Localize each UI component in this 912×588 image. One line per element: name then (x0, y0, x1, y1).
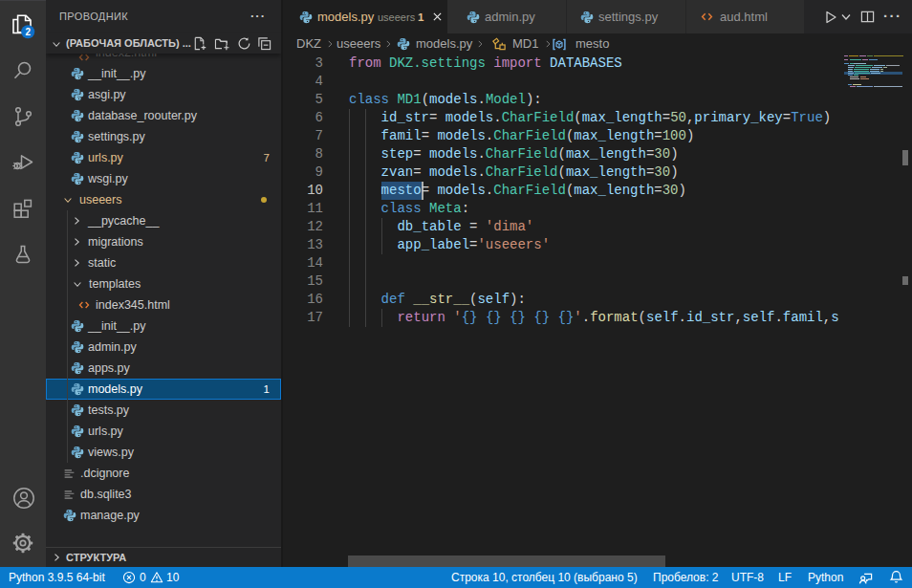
svg-text:2: 2 (25, 27, 31, 37)
